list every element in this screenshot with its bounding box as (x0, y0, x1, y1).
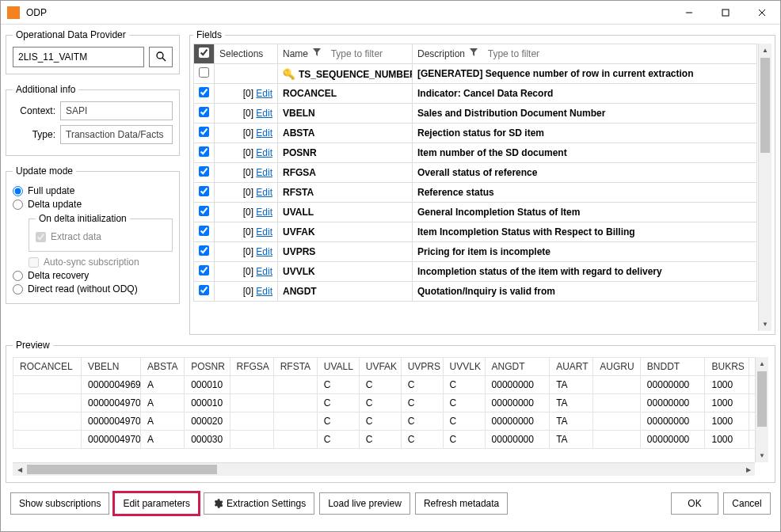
select-all-header[interactable] (194, 44, 215, 64)
name-filter-input[interactable] (330, 48, 398, 60)
preview-hscrollbar[interactable]: ◀ ▶ (13, 462, 755, 476)
cancel-button[interactable]: Cancel (723, 492, 771, 515)
edit-link[interactable]: Edit (256, 226, 272, 238)
fields-row[interactable]: [0] EditRFSTAReference status (194, 183, 757, 203)
scroll-down-icon[interactable]: ▼ (756, 449, 768, 462)
preview-col-header[interactable]: UVVLK (443, 358, 485, 376)
edit-link[interactable]: Edit (256, 88, 272, 99)
row-checkbox[interactable] (199, 166, 209, 177)
edit-link[interactable]: Edit (256, 286, 272, 297)
scroll-down-icon[interactable]: ▼ (759, 317, 771, 331)
preview-row[interactable]: 0000004970A000010CCCC00000000TA000000001… (13, 394, 768, 412)
scroll-left-icon[interactable]: ◀ (13, 463, 26, 476)
scroll-up-icon[interactable]: ▲ (756, 357, 768, 370)
preview-cell: A (141, 394, 185, 412)
direct-read-input[interactable] (13, 284, 23, 294)
scroll-thumb[interactable] (760, 58, 770, 153)
direct-read-radio[interactable]: Direct read (without ODQ) (13, 283, 173, 294)
preview-col-header[interactable]: VBELN (82, 358, 141, 376)
preview-vscrollbar[interactable]: ▲ ▼ (755, 357, 768, 462)
preview-cell: C (443, 394, 485, 412)
select-all-checkbox[interactable] (199, 48, 209, 58)
delta-recovery-input[interactable] (13, 271, 23, 281)
description-filter-input[interactable] (486, 48, 757, 60)
row-checkbox[interactable] (199, 245, 209, 256)
fields-row[interactable]: [0] EditRFGSAOverall status of reference (194, 163, 757, 183)
preview-col-header[interactable]: UVALL (317, 358, 359, 376)
row-checkbox[interactable] (199, 146, 209, 157)
edit-link[interactable]: Edit (256, 127, 272, 139)
preview-cell: C (401, 431, 443, 449)
field-description: [GENERATED] Sequence number of row in cu… (413, 64, 757, 84)
field-name: ABSTA (283, 127, 314, 139)
odp-input[interactable] (13, 47, 144, 67)
preview-row[interactable]: 0000004970A000030CCCC00000000TA000000001… (13, 431, 768, 449)
row-checkbox[interactable] (199, 87, 209, 97)
fields-row[interactable]: [0] EditABSTARejection status for SD ite… (194, 124, 757, 143)
fields-row[interactable]: [0] EditVBELNSales and Distribution Docu… (194, 104, 757, 124)
delta-update-radio[interactable]: Delta update (13, 199, 173, 210)
field-description: Pricing for item is incomplete (413, 242, 757, 262)
fields-row[interactable]: 🔑TS_SEQUENCE_NUMBER[GENERATED] Sequence … (194, 64, 757, 84)
delta-recovery-radio[interactable]: Delta recovery (13, 270, 173, 281)
fields-row[interactable]: [0] EditANGDTQuotation/Inquiry is valid … (194, 282, 757, 302)
preview-row[interactable]: 0000004970A000020CCCC00000000TA000000001… (13, 412, 768, 431)
extraction-settings-button[interactable]: Extraction Settings (204, 492, 314, 515)
preview-row[interactable]: 0000004969A000010CCCC00000000TA000000001… (13, 376, 768, 394)
full-update-input[interactable] (13, 186, 23, 196)
edit-link[interactable]: Edit (256, 167, 272, 178)
edit-link[interactable]: Edit (256, 187, 272, 198)
edit-link[interactable]: Edit (256, 266, 272, 277)
row-checkbox[interactable] (199, 127, 209, 137)
name-header[interactable]: Name (278, 44, 413, 64)
preview-col-header[interactable]: ANGDT (485, 358, 550, 376)
edit-link[interactable]: Edit (256, 246, 272, 257)
edit-link[interactable]: Edit (256, 108, 272, 119)
refresh-metadata-button[interactable]: Refresh metadata (415, 492, 508, 515)
row-checkbox[interactable] (199, 107, 209, 117)
preview-col-header[interactable]: UVFAK (359, 358, 401, 376)
fields-row[interactable]: [0] EditUVALLGeneral Incompletion Status… (194, 203, 757, 222)
row-checkbox[interactable] (199, 226, 209, 236)
fields-row[interactable]: [0] EditROCANCELIndicator: Cancel Data R… (194, 84, 757, 104)
row-checkbox[interactable] (199, 206, 209, 216)
close-button[interactable] (744, 1, 780, 25)
scroll-thumb[interactable] (757, 371, 767, 427)
preview-col-header[interactable]: ABSTA (141, 358, 185, 376)
full-update-radio[interactable]: Full update (13, 185, 173, 196)
row-checkbox[interactable] (199, 186, 209, 196)
preview-col-header[interactable]: ROCANCEL (13, 358, 82, 376)
preview-col-header[interactable]: RFGSA (230, 358, 273, 376)
scroll-right-icon[interactable]: ▶ (741, 463, 755, 476)
fields-scrollbar[interactable]: ▲ ▼ (758, 44, 771, 331)
preview-col-header[interactable]: BNDDT (640, 358, 705, 376)
load-live-preview-button[interactable]: Load live preview (319, 492, 410, 515)
update-mode-legend: Update mode (13, 165, 76, 177)
description-header[interactable]: Description (413, 44, 757, 64)
edit-parameters-button[interactable]: Edit parameters (114, 492, 199, 515)
preview-col-header[interactable]: BUKRS (705, 358, 749, 376)
fields-row[interactable]: [0] EditUVVLKIncompletion status of the … (194, 262, 757, 282)
preview-col-header[interactable]: AUART (550, 358, 593, 376)
show-subscriptions-button[interactable]: Show subscriptions (10, 492, 109, 515)
maximize-button[interactable] (707, 1, 744, 25)
ok-button[interactable]: OK (671, 492, 718, 515)
scroll-thumb[interactable] (27, 465, 217, 474)
row-checkbox[interactable] (199, 67, 209, 78)
edit-link[interactable]: Edit (256, 207, 272, 218)
selections-header[interactable]: Selections (215, 44, 278, 64)
fields-row[interactable]: [0] EditPOSNRItem number of the SD docum… (194, 143, 757, 163)
fields-row[interactable]: [0] EditUVFAKItem Incompletion Status wi… (194, 222, 757, 242)
preview-col-header[interactable]: RFSTA (273, 358, 317, 376)
preview-col-header[interactable]: POSNR (185, 358, 230, 376)
edit-link[interactable]: Edit (256, 147, 272, 158)
scroll-up-icon[interactable]: ▲ (759, 44, 771, 57)
preview-col-header[interactable]: AUGRU (593, 358, 641, 376)
delta-update-input[interactable] (13, 200, 23, 210)
row-checkbox[interactable] (199, 265, 209, 276)
search-button[interactable] (149, 47, 173, 67)
minimize-button[interactable] (671, 1, 707, 25)
row-checkbox[interactable] (199, 285, 209, 295)
preview-col-header[interactable]: UVPRS (401, 358, 443, 376)
fields-row[interactable]: [0] EditUVPRSPricing for item is incompl… (194, 242, 757, 262)
